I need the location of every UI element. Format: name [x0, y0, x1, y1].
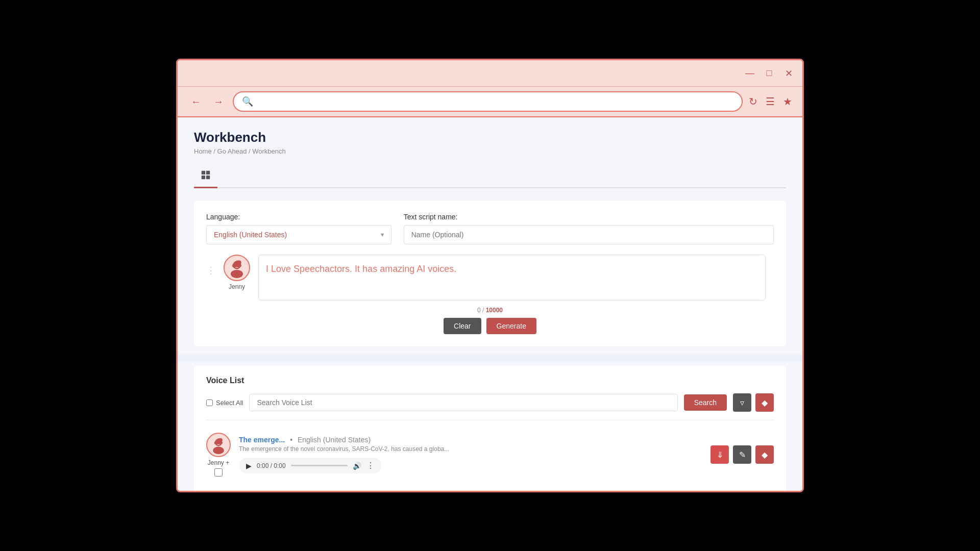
address-bar[interactable]: 🔍: [233, 91, 743, 112]
svg-rect-2: [202, 176, 205, 179]
edit-button[interactable]: ✎: [733, 445, 751, 464]
svg-point-11: [213, 447, 224, 454]
script-name-label: Text script name:: [404, 213, 774, 221]
voice-list-right-icons: ▿ ◆: [733, 393, 774, 412]
delete-all-button[interactable]: ◆: [755, 393, 774, 412]
back-button[interactable]: ←: [188, 93, 204, 110]
breadcrumb: Home / Go Ahead / Workbench: [194, 147, 786, 155]
search-input[interactable]: [258, 97, 733, 106]
counter-max: 10000: [486, 307, 503, 314]
language-select[interactable]: English (United States): [206, 225, 391, 244]
voice-item-title: The emerge... • English (United States): [239, 436, 702, 444]
page-content: Workbench Home / Go Ahead / Workbench: [178, 117, 802, 491]
generate-button[interactable]: Generate: [486, 318, 536, 334]
search-voice-input[interactable]: [249, 394, 677, 411]
voice-item-avatar-svg: [209, 436, 228, 454]
voice-list-header: Voice List: [206, 376, 774, 385]
browser-window: — □ ✕ ← → 🔍 ↻ ☰ ★ Workbench Home / Go Ah…: [176, 59, 804, 492]
voice-item-name: Jenny +: [208, 459, 229, 466]
language-label: Language:: [206, 213, 391, 221]
menu-icon[interactable]: ☰: [766, 95, 775, 108]
voice-item-description: The emergence of the novel coronavirus, …: [239, 445, 702, 453]
counter-row: 0 / 10000 Clear Generate: [206, 307, 774, 334]
download-button[interactable]: ⇓: [710, 445, 729, 464]
nav-icons: ↻ ☰ ★: [749, 95, 792, 108]
forward-button[interactable]: →: [210, 93, 227, 110]
progress-bar[interactable]: [291, 465, 348, 466]
text-area-wrapper[interactable]: I Love Speechactors. It has amazing AI v…: [258, 255, 766, 300]
svg-rect-0: [202, 171, 205, 174]
volume-icon[interactable]: 🔊: [353, 462, 361, 470]
nav-bar: ← → 🔍 ↻ ☰ ★: [178, 87, 802, 117]
voice-item-title-text: The emerge...: [239, 436, 285, 444]
voice-item-dot: •: [290, 436, 292, 444]
breadcrumb-go-ahead[interactable]: Go Ahead: [217, 147, 247, 155]
form-section: Language: English (United States) Text s…: [194, 201, 786, 346]
form-row: Language: English (United States) Text s…: [206, 213, 774, 244]
language-group: Language: English (United States): [206, 213, 391, 244]
filter-button[interactable]: ▿: [733, 393, 751, 412]
voice-item-left: Jenny +: [206, 433, 231, 477]
svg-rect-3: [206, 176, 210, 179]
title-bar: — □ ✕: [178, 60, 802, 87]
voice-item-content: The emerge... • English (United States) …: [239, 436, 702, 473]
voice-item-avatar: [206, 433, 231, 457]
close-button[interactable]: ✕: [783, 68, 794, 79]
delete-button[interactable]: ◆: [755, 445, 774, 464]
arrow-annotation: [784, 214, 802, 295]
play-button[interactable]: ▶: [246, 462, 252, 470]
search-icon: 🔍: [242, 96, 253, 107]
more-options-icon[interactable]: ⋮: [366, 461, 375, 470]
script-name-group: Text script name:: [404, 213, 774, 244]
tab-grid[interactable]: [194, 165, 217, 188]
voice-text-content: I Love Speechactors. It has amazing AI v…: [266, 262, 758, 276]
svg-rect-1: [206, 171, 210, 174]
voice-name-label: Jenny: [229, 283, 245, 290]
page-title: Workbench: [194, 130, 786, 145]
voice-item-checkbox[interactable]: [214, 468, 223, 477]
select-all-checkbox[interactable]: [206, 399, 213, 406]
time-display: 0:00 / 0:00: [257, 462, 286, 469]
clear-button[interactable]: Clear: [444, 318, 481, 334]
refresh-icon[interactable]: ↻: [749, 95, 757, 108]
select-all-label[interactable]: Select All: [206, 399, 243, 407]
voice-item-language: English (United States): [298, 436, 371, 444]
script-name-input[interactable]: [404, 225, 774, 244]
search-button[interactable]: Search: [684, 394, 727, 411]
counter-text: 0 / 10000: [206, 307, 774, 314]
action-buttons: Clear Generate: [206, 318, 774, 334]
voice-list-controls: Select All Search ▿ ◆: [206, 393, 774, 412]
voice-list-section: Voice List Select All Search ▿ ◆: [194, 366, 786, 491]
language-select-wrapper: English (United States): [206, 225, 391, 244]
section-separator: [178, 355, 802, 362]
maximize-button[interactable]: □: [764, 68, 775, 79]
bookmark-icon[interactable]: ★: [783, 95, 792, 108]
audio-player: ▶ 0:00 / 0:00 🔊 ⋮: [239, 458, 382, 473]
voice-item-actions: ⇓ ✎ ◆: [710, 445, 774, 464]
svg-point-5: [231, 270, 243, 278]
voice-entry-row: ⋮ Jenny: [206, 255, 774, 300]
breadcrumb-home[interactable]: Home: [194, 147, 212, 155]
tab-bar: [194, 165, 786, 188]
drag-handle[interactable]: ⋮: [206, 255, 215, 276]
voice-avatar: [224, 255, 250, 281]
voice-list-item: Jenny + The emerge... • English (United …: [206, 427, 774, 483]
select-all-text: Select All: [216, 399, 243, 407]
minimize-button[interactable]: —: [744, 68, 755, 79]
voice-avatar-col: Jenny: [224, 255, 250, 290]
voice-list-divider: [206, 420, 774, 420]
breadcrumb-sep1: /: [213, 147, 217, 155]
breadcrumb-current: Workbench: [252, 147, 286, 155]
